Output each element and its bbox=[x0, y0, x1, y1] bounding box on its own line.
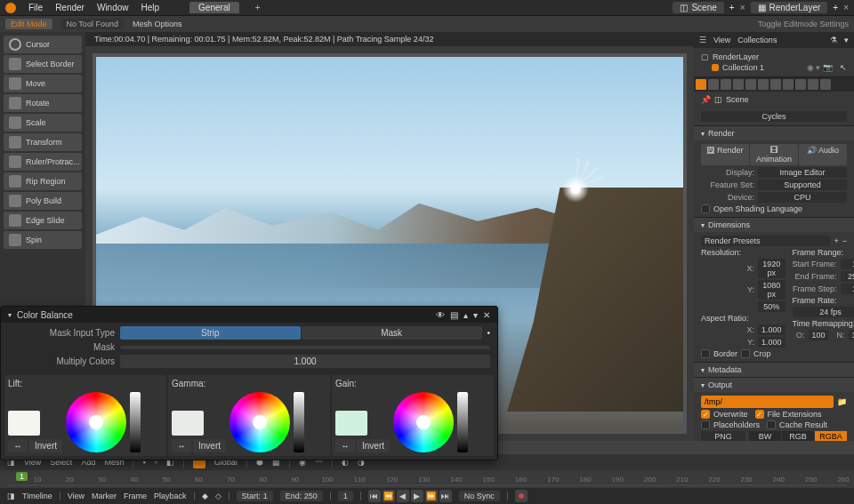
play-reverse-icon[interactable]: ◀ bbox=[397, 490, 409, 502]
audio-button[interactable]: 🔊 Audio bbox=[799, 144, 847, 165]
menu-render[interactable]: Render bbox=[55, 3, 85, 12]
resolution-y[interactable]: 1080 px bbox=[758, 280, 786, 300]
border-checkbox[interactable]: Border bbox=[701, 349, 737, 358]
outliner-collections[interactable]: Collections bbox=[737, 36, 777, 44]
lift-arrows[interactable]: ↔ bbox=[8, 439, 28, 452]
layer-close-icon[interactable]: × bbox=[843, 3, 849, 12]
jump-end-icon[interactable]: ⏭ bbox=[439, 490, 452, 502]
osl-checkbox[interactable]: Open Shading Language bbox=[701, 204, 847, 213]
layer-selector[interactable]: ▦ RenderLayer bbox=[751, 2, 828, 13]
lift-swatch[interactable] bbox=[8, 411, 40, 436]
multiply-slider[interactable]: 1.000 bbox=[120, 355, 490, 368]
gamma-arrows[interactable]: ↔ bbox=[172, 439, 191, 452]
gamma-color-wheel[interactable] bbox=[230, 392, 290, 452]
feature-selector[interactable]: Supported bbox=[758, 180, 847, 190]
gain-color-wheel[interactable] bbox=[393, 392, 454, 452]
format-selector[interactable]: PNG bbox=[701, 431, 745, 441]
keyframe-next-icon[interactable]: ⏩ bbox=[425, 490, 438, 502]
dimensions-section-header[interactable]: Dimensions bbox=[694, 218, 854, 232]
sync-mode[interactable]: No Sync bbox=[459, 491, 500, 501]
gamma-invert-button[interactable]: Invert bbox=[193, 439, 226, 452]
gain-value-slider[interactable] bbox=[457, 392, 468, 452]
outliner-search-icon[interactable]: ▾ bbox=[844, 36, 849, 44]
playback-view[interactable]: View bbox=[68, 492, 85, 500]
jump-start-icon[interactable]: ⏮ bbox=[368, 490, 381, 502]
start-frame-value[interactable]: 1 bbox=[263, 492, 268, 500]
pointer-icon[interactable]: ↖ bbox=[840, 63, 847, 72]
current-frame-field[interactable]: 1 bbox=[338, 491, 353, 501]
tool-move[interactable]: Move bbox=[4, 75, 82, 92]
frame-step[interactable]: 1 bbox=[841, 284, 854, 294]
color-rgba[interactable]: RGBA bbox=[815, 431, 847, 441]
move-down-icon[interactable]: ▾ bbox=[473, 310, 478, 320]
render-section-header[interactable]: Render bbox=[694, 126, 854, 140]
resolution-pct[interactable]: 50% bbox=[758, 301, 786, 312]
folder-icon[interactable]: 📁 bbox=[837, 397, 847, 406]
outliner-collection[interactable]: Collection 1 ◉ ▾ 📷 ↖ bbox=[701, 62, 847, 73]
outliner-filter-icon[interactable]: ⚗ bbox=[830, 36, 837, 44]
tab-constraint[interactable] bbox=[808, 79, 818, 90]
metadata-section-header[interactable]: Metadata bbox=[694, 363, 854, 377]
gain-invert-button[interactable]: Invert bbox=[357, 439, 390, 452]
remap-new[interactable]: 100 bbox=[849, 330, 854, 340]
tab-render[interactable] bbox=[696, 79, 706, 90]
tab-physics[interactable] bbox=[795, 79, 806, 90]
output-section-header[interactable]: Output bbox=[694, 378, 854, 392]
aspect-y[interactable]: 1.000 bbox=[758, 337, 786, 348]
tab-particle[interactable] bbox=[783, 79, 794, 90]
color-rgb[interactable]: RGB bbox=[782, 431, 814, 441]
overwrite-checkbox[interactable]: Overwrite bbox=[701, 410, 748, 419]
lift-invert-button[interactable]: Invert bbox=[29, 439, 62, 452]
tool-ruler-protrac-[interactable]: Ruler/Protrac... bbox=[4, 153, 82, 171]
preset-remove-icon[interactable]: − bbox=[842, 236, 847, 245]
render-engine[interactable]: Cycles bbox=[701, 111, 847, 122]
tool-rip-region[interactable]: Rip Region bbox=[4, 172, 82, 190]
end-frame[interactable]: 250 bbox=[841, 271, 854, 282]
gain-arrows[interactable]: ↔ bbox=[335, 439, 355, 452]
playback-marker[interactable]: Marker bbox=[92, 492, 117, 500]
scene-selector[interactable]: ◫ Scene bbox=[673, 2, 723, 13]
render-button[interactable]: 🖼 Render bbox=[701, 144, 749, 165]
playback-menu[interactable]: Playback bbox=[154, 492, 187, 500]
end-frame-value[interactable]: 250 bbox=[304, 492, 318, 500]
outliner-renderlayer[interactable]: ▢ RenderLayer bbox=[701, 52, 847, 62]
mask-field[interactable] bbox=[120, 346, 490, 349]
close-icon[interactable]: ✕ bbox=[483, 310, 490, 320]
keyframe-prev-icon[interactable]: ⏪ bbox=[383, 490, 395, 502]
tab-material[interactable] bbox=[820, 79, 831, 90]
tool-scale[interactable]: Scale bbox=[4, 114, 82, 132]
cache-checkbox[interactable]: Cache Result bbox=[767, 420, 827, 429]
playback-frame[interactable]: Frame bbox=[124, 492, 147, 500]
tab-world[interactable] bbox=[745, 79, 756, 90]
move-up-icon[interactable]: ▴ bbox=[463, 310, 468, 320]
autokey-icon[interactable] bbox=[515, 490, 528, 502]
dropdown-icon[interactable]: • bbox=[487, 328, 490, 338]
menu-window[interactable]: Window bbox=[97, 3, 129, 12]
tab-output[interactable] bbox=[708, 79, 719, 90]
preset-add-icon[interactable]: + bbox=[834, 236, 838, 245]
mode-selector[interactable]: Edit Mode bbox=[5, 19, 52, 29]
tool-cursor[interactable]: Cursor bbox=[4, 36, 82, 53]
start-frame[interactable]: 1 bbox=[841, 259, 854, 269]
tool-edge-slide[interactable]: Edge Slide bbox=[4, 212, 82, 229]
remap-old[interactable]: 100 bbox=[809, 330, 829, 340]
keying-icon[interactable]: ◆ bbox=[202, 492, 208, 500]
resolution-x[interactable]: 1920 px bbox=[758, 259, 786, 278]
pin-icon[interactable]: 📌 bbox=[701, 95, 711, 104]
gain-swatch[interactable] bbox=[335, 411, 367, 436]
aspect-x[interactable]: 1.000 bbox=[758, 324, 786, 335]
tool-rotate[interactable]: Rotate bbox=[4, 94, 82, 112]
framerate-value[interactable]: 24 fps bbox=[793, 307, 854, 317]
animation-button[interactable]: 🎞 Animation bbox=[750, 144, 798, 165]
mute-icon[interactable]: ▤ bbox=[450, 310, 458, 320]
mask-input-strip[interactable]: Strip bbox=[120, 326, 301, 340]
scene-add-icon[interactable]: + bbox=[729, 3, 735, 12]
play-icon[interactable]: ▶ bbox=[411, 490, 423, 502]
timeline[interactable]: 1 10203040506070809010011012013014015016… bbox=[0, 470, 854, 488]
fileext-checkbox[interactable]: File Extensions bbox=[755, 410, 822, 419]
tool-transform[interactable]: Transform bbox=[4, 133, 82, 151]
output-path[interactable]: /tmp/ bbox=[701, 396, 834, 408]
lift-value-slider[interactable] bbox=[130, 392, 141, 452]
toggle-editmode-settings[interactable]: Toggle Editmode Settings bbox=[758, 20, 849, 28]
eye-icon[interactable]: 👁 bbox=[436, 310, 445, 320]
